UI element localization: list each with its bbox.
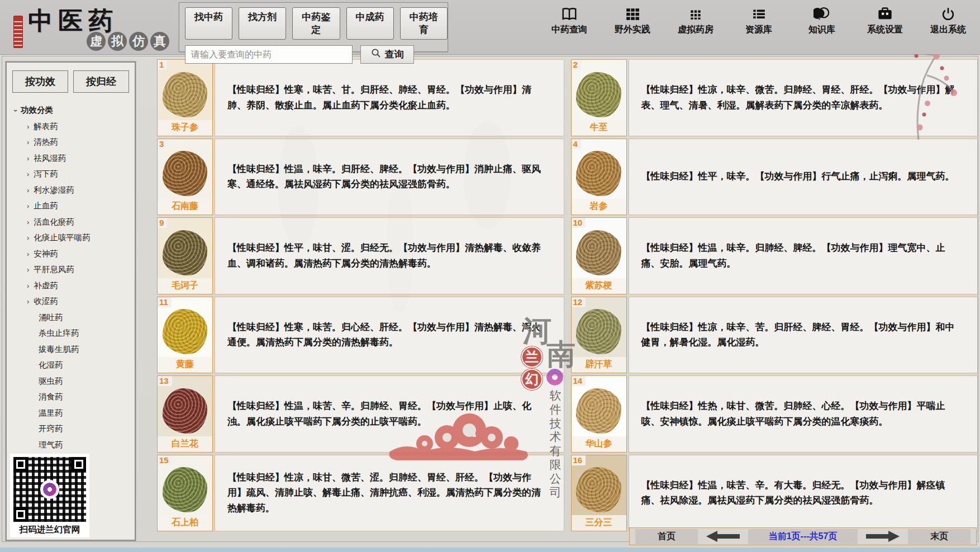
search-icon	[371, 48, 381, 61]
herb-card[interactable]: 1珠子参 【性味归经】性寒，味苦、甘。归肝经、肺经、胃经。【功效与作用】清肺、养…	[157, 59, 564, 136]
tree-item[interactable]: ›安神药	[27, 249, 135, 259]
tree-item[interactable]: ›化痰止咳平喘药	[27, 232, 135, 243]
tab-herb-cultivation[interactable]: 中药培育	[400, 7, 448, 40]
tab-herb-identify[interactable]: 中药鉴定	[292, 7, 340, 40]
subtitle-char: 真	[150, 32, 169, 51]
tree-item[interactable]: ›解表药	[27, 121, 135, 132]
herb-name: 紫苏梗	[572, 278, 626, 294]
tree-item[interactable]: 涌吐药	[27, 312, 135, 323]
herb-image	[576, 72, 621, 117]
card-number: 11	[158, 297, 172, 307]
chevron-right-icon: ›	[27, 186, 29, 194]
tab-by-effect[interactable]: 按功效	[12, 70, 68, 93]
herb-card[interactable]: 3石南藤 【性味归经】性温，味辛。归肝经、脾经。【功效与作用】消肿止痛、驱风寒、…	[157, 139, 564, 216]
red-seal-logo	[13, 16, 23, 48]
card-number: 3	[158, 139, 167, 149]
herb-image	[163, 72, 207, 117]
pagination-bar: 首页 当前1页---共57页 末页	[629, 527, 977, 545]
herb-card[interactable]: 15石上柏 【性味归经】性凉，味甘、微苦、涩。归肺经、胃经、肝经。【功效与作用】…	[157, 455, 564, 532]
herb-photo: 2牛至	[571, 59, 627, 136]
herb-card-grid: 1珠子参 【性味归经】性寒，味苦、甘。归肝经、肺经、胃经。【功效与作用】清肺、养…	[157, 59, 978, 531]
grid-icon	[625, 7, 640, 21]
herb-photo: 10紫苏梗	[571, 217, 627, 294]
herb-name: 石南藤	[158, 199, 212, 215]
tree-item[interactable]: ›平肝息风药	[27, 264, 135, 275]
herb-name: 三分三	[572, 515, 626, 531]
herb-name: 华山参	[572, 436, 626, 452]
first-page-button[interactable]: 首页	[635, 529, 698, 544]
list-icon	[751, 7, 766, 21]
herb-card[interactable]: 14华山参 【性味归经】性热，味甘、微苦。归肺经、心经。【功效与作用】平喘止咳、…	[571, 375, 978, 453]
herb-card[interactable]: 2牛至 【性味归经】性凉，味辛、微苦。归肺经、胃经、肝经。【功效与作用】解表、理…	[571, 59, 978, 136]
menu-system-settings[interactable]: 系统设置	[861, 7, 909, 36]
search-button[interactable]: 查询	[360, 45, 414, 64]
herb-card[interactable]: 12辟汗草 【性味归经】性凉，味辛、苦。归肝经、脾经、胃经。【功效与作用】和中健…	[571, 297, 978, 374]
herb-photo: 3石南藤	[157, 139, 213, 216]
herb-description: 【性味归经】性平，味辛。【功效与作用】行气止痛，止泻痢。属理气药。	[629, 139, 978, 216]
menu-exit-system[interactable]: 退出系统	[924, 7, 972, 36]
toolbox-icon	[877, 7, 893, 21]
tree-item[interactable]: ›收涩药	[27, 296, 135, 307]
tab-find-formula[interactable]: 找方剂	[239, 7, 286, 40]
chevron-right-icon: ›	[27, 282, 29, 290]
tree-item[interactable]: 温里药	[27, 408, 135, 418]
herb-image	[163, 388, 207, 434]
tree-item[interactable]: ›止血药	[27, 201, 135, 211]
herb-card[interactable]: 16三分三 【性味归经】性温，味苦、辛。有大毒。归经无。【功效与作用】解痉镇痛、…	[571, 455, 978, 532]
chevron-right-icon: ›	[27, 218, 29, 226]
chevron-right-icon: ›	[27, 170, 29, 178]
qr-finder-pattern	[13, 507, 28, 522]
tree-item[interactable]: ›补虚药	[27, 280, 135, 291]
herb-image	[163, 309, 207, 354]
tab-by-meridian[interactable]: 按归经	[73, 70, 129, 93]
herb-photo: 16三分三	[571, 455, 627, 532]
subtitle-char: 仿	[129, 32, 148, 51]
search-tabs: 找中药 找方剂 中药鉴定 中成药 中药培育	[179, 3, 448, 40]
herb-image	[576, 467, 621, 512]
chevron-right-icon: ›	[27, 154, 29, 163]
tree-item[interactable]: 驱虫药	[27, 376, 135, 387]
tree-item[interactable]: 化湿药	[27, 360, 135, 370]
herb-card[interactable]: 4岩参 【性味归经】性平，味辛。【功效与作用】行气止痛，止泻痢。属理气药。	[571, 139, 978, 216]
tree-item[interactable]: 杀虫止痒药	[27, 328, 135, 339]
tab-find-herb[interactable]: 找中药	[185, 7, 232, 40]
herb-card[interactable]: 13白兰花 【性味归经】性温，味苦、辛。归肺经、胃经。【功效与作用】止咳、化浊。…	[157, 375, 564, 453]
tree-item[interactable]: ›活血化瘀药	[27, 217, 135, 227]
herb-card[interactable]: 10紫苏梗 【性味归经】性温，味辛。归肺经、脾经。【功效与作用】理气宽中、止痛、…	[571, 217, 978, 294]
tree-item[interactable]: 理气药	[27, 440, 135, 450]
tab-patent-medicine[interactable]: 中成药	[346, 7, 394, 40]
tree-item[interactable]: ›清热药	[27, 137, 135, 147]
power-icon	[941, 7, 955, 21]
chevron-right-icon: ›	[27, 265, 29, 274]
herb-image	[576, 151, 621, 196]
tree-item[interactable]: 消食药	[27, 392, 135, 402]
herb-description: 【性味归经】性温，味辛。归肝经、脾经。【功效与作用】消肿止痛、驱风寒、通经络。属…	[215, 139, 564, 216]
tree-item[interactable]: 拔毒生肌药	[27, 344, 135, 355]
herb-name: 牛至	[572, 120, 626, 136]
tree-item[interactable]: ›泻下药	[27, 169, 135, 179]
card-number: 4	[572, 139, 581, 149]
search-input[interactable]	[185, 45, 353, 64]
cells-icon	[688, 7, 703, 21]
menu-field-practice[interactable]: 野外实践	[608, 7, 656, 36]
next-page-arrow[interactable]	[865, 530, 901, 543]
menu-virtual-pharmacy[interactable]: 虚拟药房	[672, 7, 720, 36]
herb-card[interactable]: 9毛诃子 【性味归经】性平，味甘、涩。归经无。【功效与作用】清热解毒、收敛养血、…	[157, 217, 564, 294]
last-page-button[interactable]: 末页	[908, 529, 971, 544]
herb-name: 白兰花	[158, 436, 212, 452]
bottom-strip	[0, 548, 980, 552]
tree-item[interactable]: 开窍药	[27, 423, 135, 434]
tree-item[interactable]: ›祛风湿药	[27, 153, 135, 164]
menu-resource-library[interactable]: 资源库	[735, 7, 783, 36]
menu-knowledge-base[interactable]: 知识库	[798, 7, 846, 36]
card-number: 15	[158, 455, 172, 465]
herb-card[interactable]: 11黄藤 【性味归经】性寒，味苦。归心经、肝经。【功效与作用】清热解毒、泻火通便…	[157, 297, 564, 374]
previous-page-arrow[interactable]	[705, 530, 741, 543]
herb-image	[163, 230, 207, 275]
card-number: 10	[572, 218, 586, 228]
chat-icon	[814, 7, 830, 21]
tree-item[interactable]: ›利水渗湿药	[27, 185, 135, 196]
chevron-right-icon: ›	[27, 234, 29, 242]
menu-herb-query[interactable]: 中药查询	[545, 7, 593, 36]
tree-root-effect-category[interactable]: › 功效分类	[15, 105, 135, 116]
